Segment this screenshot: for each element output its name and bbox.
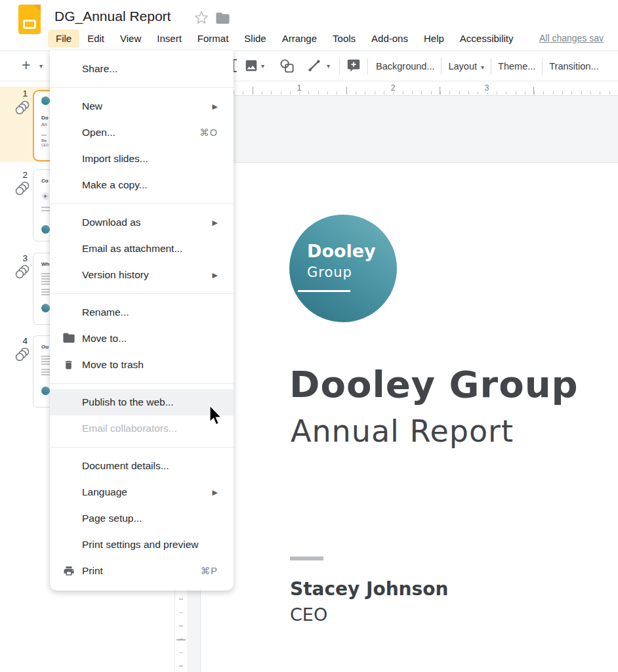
star-icon[interactable]: [194, 10, 209, 25]
thumb-logo-circle: [41, 96, 50, 105]
menu-item-label: Move to...: [82, 333, 127, 345]
line-caret-icon[interactable]: ▾: [327, 62, 330, 70]
menu-item-label: Download as: [82, 217, 141, 228]
thumb-title: Do: [41, 115, 49, 121]
menu-item-document-details[interactable]: Document details...: [50, 453, 234, 479]
submenu-arrow-icon: ▶: [213, 271, 218, 280]
app-header: DG_Annual Report File Edit View Insert F…: [0, 0, 618, 51]
menu-item-label: Move to trash: [82, 359, 144, 371]
menu-item-share[interactable]: Share...: [50, 56, 234, 82]
menu-item-open[interactable]: Open...⌘O: [50, 119, 234, 146]
menu-slide[interactable]: Slide: [236, 30, 274, 47]
printer-icon: [63, 565, 75, 577]
submenu-arrow-icon: ▶: [213, 488, 218, 497]
menu-view[interactable]: View: [112, 30, 149, 47]
thumb-dash: [41, 135, 47, 136]
transition-circles-icon[interactable]: [15, 347, 30, 362]
menu-item-version-history[interactable]: Version history▶: [50, 262, 234, 288]
transition-circles-icon[interactable]: [15, 181, 30, 196]
mouse-cursor: [209, 405, 223, 426]
shape-icon[interactable]: [279, 58, 295, 74]
menu-item-move-to-trash[interactable]: Move to trash: [50, 352, 234, 378]
thumb-logo-circle: [41, 304, 50, 312]
menu-divider: [50, 383, 234, 384]
ruler-tick: [346, 87, 347, 94]
logo-text-line1: Dooley: [307, 241, 376, 261]
menu-help[interactable]: Help: [416, 30, 452, 47]
menu-file[interactable]: File: [48, 30, 79, 47]
menu-divider: [50, 293, 234, 294]
menu-divider: [50, 203, 234, 204]
move-folder-icon[interactable]: [216, 12, 230, 24]
slide-role-textbox[interactable]: CEO: [290, 604, 327, 625]
toolbar-separator: [339, 58, 340, 75]
menu-item-page-setup[interactable]: Page setup...: [50, 505, 234, 532]
menu-tools[interactable]: Tools: [325, 30, 363, 47]
menu-item-move-to[interactable]: Move to...: [50, 326, 234, 352]
menu-item-new[interactable]: New▶: [50, 93, 234, 119]
menu-addons[interactable]: Add-ons: [363, 30, 416, 47]
new-slide-caret-icon[interactable]: ▾: [39, 62, 43, 70]
menu-item-print[interactable]: Print⌘P: [50, 558, 234, 584]
menu-item-import-slides[interactable]: Import slides...: [50, 146, 234, 172]
menu-item-publish-to-web[interactable]: Publish to the web...: [50, 389, 234, 415]
menu-accessibility[interactable]: Accessibility: [452, 30, 522, 47]
menu-item-label: Version history: [82, 269, 149, 281]
line-tool-icon[interactable]: [307, 58, 321, 73]
new-slide-button[interactable]: +: [22, 56, 30, 74]
dooley-group-logo[interactable]: Dooley Group: [289, 215, 397, 322]
ruler-tick: [253, 87, 253, 94]
transition-circles-icon[interactable]: [15, 264, 30, 279]
transition-button[interactable]: Transition...: [543, 61, 605, 72]
menu-bar: File Edit View Insert Format Slide Arran…: [48, 30, 522, 47]
google-slides-logo[interactable]: [18, 5, 41, 34]
thumb-title: Co: [41, 178, 49, 184]
slide-author-textbox[interactable]: Stacey Johnson: [290, 578, 448, 600]
menu-divider: [50, 447, 234, 448]
save-status[interactable]: All changes sav: [539, 33, 604, 43]
thumb-title: Wh: [41, 261, 49, 267]
thumb-icon-circle: [41, 192, 49, 200]
slide-accent-dash: [290, 556, 323, 560]
logo-fold: [33, 5, 41, 12]
thumb-title: Ou: [41, 344, 49, 350]
menu-item-make-a-copy[interactable]: Make a copy...: [50, 172, 234, 198]
document-title[interactable]: DG_Annual Report: [54, 9, 171, 24]
logo-inner-rect: [23, 20, 36, 29]
trash-icon: [63, 359, 74, 371]
menu-item-language[interactable]: Language▶: [50, 479, 234, 505]
image-caret-icon[interactable]: ▾: [261, 62, 264, 70]
shortcut-label: ⌘O: [199, 127, 218, 138]
background-button[interactable]: Background...: [369, 61, 441, 72]
slide-number: 3: [12, 253, 28, 263]
menu-item-label: Print: [82, 565, 103, 577]
logo-text-line2: Group: [307, 264, 352, 280]
slide-subtitle-textbox[interactable]: Annual Report: [291, 413, 514, 449]
thumb-role: CEO: [41, 143, 49, 147]
slide-editor-page[interactable]: Dooley Group Dooley Group Annual Report …: [200, 162, 618, 672]
thumb-logo-circle: [41, 387, 50, 395]
menu-format[interactable]: Format: [190, 30, 237, 47]
menu-item-label: Open...: [82, 127, 115, 138]
menu-edit[interactable]: Edit: [79, 30, 112, 47]
menu-insert[interactable]: Insert: [149, 30, 190, 47]
transition-circles-icon[interactable]: [15, 100, 30, 115]
menu-item-email-collaborators: Email collaborators...: [50, 415, 234, 442]
slide-canvas[interactable]: Dooley Group Dooley Group Annual Report …: [187, 81, 618, 672]
menu-item-rename[interactable]: Rename...: [50, 299, 234, 326]
layout-caret-icon: ▾: [481, 64, 484, 71]
menu-item-download-as[interactable]: Download as▶: [50, 209, 234, 236]
folder-icon: [63, 333, 75, 343]
ruler-number: 3: [482, 83, 492, 93]
thumb-author: Sta: [41, 138, 47, 142]
insert-image-icon[interactable]: [244, 58, 258, 73]
file-dropdown-menu: Share... New▶ Open...⌘O Import slides...…: [50, 51, 234, 591]
add-comment-icon[interactable]: [346, 58, 361, 73]
theme-button[interactable]: Theme...: [491, 61, 542, 72]
menu-item-email-as-attachment[interactable]: Email as attachment...: [50, 236, 234, 262]
logo-underline: [298, 290, 350, 292]
menu-item-print-settings[interactable]: Print settings and preview: [50, 532, 234, 558]
slide-title-textbox[interactable]: Dooley Group: [289, 363, 579, 406]
menu-arrange[interactable]: Arrange: [274, 30, 325, 47]
layout-button[interactable]: Layout▾: [442, 61, 491, 72]
